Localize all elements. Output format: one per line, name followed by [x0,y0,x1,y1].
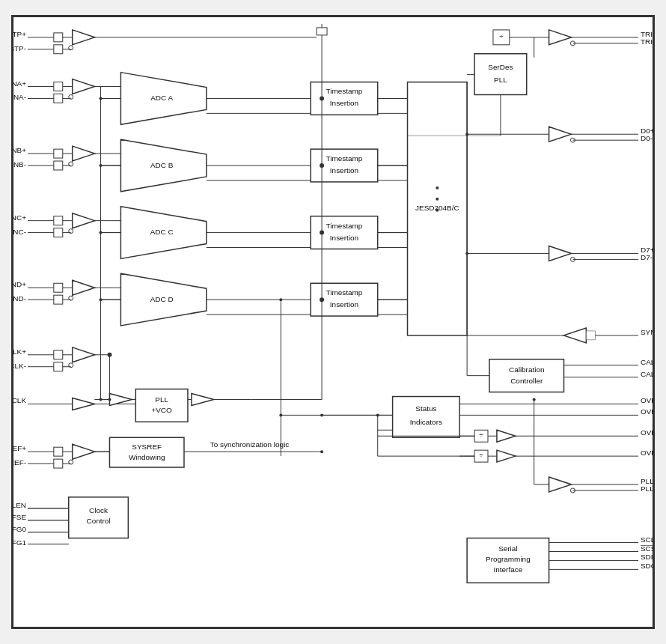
svg-point-238 [279,298,282,301]
svg-text:Windowing: Windowing [129,453,165,461]
pin-se-clk: SE_CLK [13,396,26,404]
svg-point-108 [320,297,324,302]
svg-text:÷: ÷ [479,431,483,439]
pin-d0-minus: D0- [641,134,653,142]
pin-tmstp-plus: TMSTP+ [13,30,26,38]
pin-clkcfg0: CLKCFG0 [13,525,26,533]
svg-rect-1 [54,33,63,42]
serdes-label: SerDes [488,63,513,71]
svg-text:÷: ÷ [499,32,504,40]
pin-clk-minus: CLK- [13,362,26,370]
pin-pllrefse: PLLREFSE [13,513,26,521]
pin-caltrig: CALTRIG [641,358,653,366]
pin-calstat: CALSTAT [641,370,653,378]
pin-inc-plus: INC+ [13,213,26,222]
adc-a-label: ADC A [150,94,173,102]
svg-point-111 [436,186,439,189]
svg-text:Insertion: Insertion [330,300,358,309]
status-ind-label: Status [415,404,436,413]
sync-logic-label: To synchronization logic [210,440,290,449]
svg-point-199 [533,398,536,401]
svg-rect-46 [54,350,63,359]
svg-rect-47 [54,362,63,371]
svg-rect-60 [54,459,63,468]
svg-rect-10 [54,82,63,91]
pin-scs: SCS [641,544,653,553]
pin-ovrd: OVRD [641,449,653,457]
cal-ctrl-label: Calibration [509,365,545,374]
pin-inc-minus: INC- [13,228,26,236]
svg-text:Controller: Controller [510,377,543,385]
svg-rect-59 [54,447,63,456]
pin-sclk: SCLK [641,535,653,544]
pin-d7-minus: D7- [641,253,653,261]
svg-point-162 [108,398,111,401]
svg-point-112 [436,198,439,201]
pin-ina-minus: INA- [13,93,26,101]
svg-point-107 [320,231,324,235]
svg-rect-38 [54,295,63,304]
pin-ina-plus: INA+ [13,79,26,88]
pin-sysref-plus: SYSREF+ [13,444,26,452]
pin-syncse: SYNCSE\ [641,328,653,336]
svg-rect-122 [474,54,527,95]
pin-sysref-minus: SYSREF- [13,458,26,467]
pin-inb-plus: INB+ [13,146,26,154]
adc-d-label: ADC D [150,295,174,303]
svg-text:Insertion: Insertion [330,234,358,242]
pin-ind-minus: IND- [13,294,26,303]
pin-ovrb: OVRB [641,407,653,416]
pin-sdi: SDI [641,553,653,561]
clock-ctrl-label: Clock [89,506,108,514]
svg-text:Insertion: Insertion [330,99,358,107]
pin-inb-minus: INB- [13,160,26,168]
svg-rect-102 [317,28,327,35]
svg-point-105 [320,96,324,100]
pin-trigout-minus: TRIGOUT- [641,37,653,46]
svg-rect-11 [54,94,63,103]
svg-point-113 [436,209,439,212]
pin-ovra: OVRA [641,396,653,404]
svg-point-221 [100,398,103,401]
diagram-container: TMSTP+ TMSTP- INA+ INA- INB+ INB- [11,15,655,629]
adc-c-label: ADC C [150,228,174,236]
serial-prog-label: Serial [498,544,517,553]
svg-rect-29 [54,228,63,237]
svg-rect-150 [586,331,595,340]
ts2-label: Timestamp [326,154,363,162]
ts1-label: Timestamp [326,87,363,95]
pin-pllrefo-minus: PLLREFO- [641,484,653,493]
svg-text:Control: Control [87,517,111,525]
pll-vco-label: PLL [155,395,168,404]
ts4-label: Timestamp [326,288,363,297]
pin-clkcfg1: CLKCFG1 [13,538,26,547]
pin-tmstp-minus: TMSTP- [13,44,26,52]
pin-clk-plus: CLK+ [13,347,26,356]
sysref-win-label: SYSREF [132,443,162,451]
svg-text:÷: ÷ [479,451,483,459]
svg-point-241 [320,450,323,453]
svg-point-106 [320,163,324,168]
pin-ind-plus: IND+ [13,280,26,288]
svg-text:+VCO: +VCO [151,406,172,414]
svg-rect-20 [54,161,63,170]
svg-rect-37 [54,283,63,292]
pin-pllen: PLLEN [13,501,26,509]
ts3-label: Timestamp [326,222,363,230]
pin-sdo: SDO [641,562,653,570]
svg-text:PLL: PLL [494,76,507,84]
svg-text:Interface: Interface [494,565,523,574]
svg-text:Indicators: Indicators [410,418,442,426]
svg-rect-169 [393,397,460,438]
svg-text:Programming: Programming [486,555,531,563]
pin-ovrc: OVRC [641,428,653,437]
adc-b-label: ADC B [150,161,174,169]
svg-rect-19 [54,149,63,158]
svg-text:Insertion: Insertion [330,166,358,174]
svg-rect-28 [54,216,63,225]
svg-rect-2 [54,45,63,54]
